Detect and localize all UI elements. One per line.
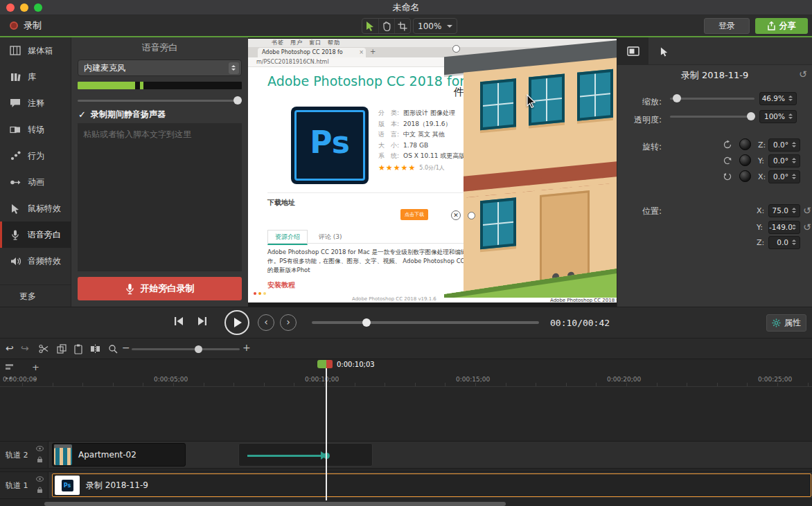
track-lock-icon[interactable] [37,456,43,462]
login-button[interactable]: 登录 [704,18,750,34]
tab-cursor-properties[interactable] [648,37,680,65]
slider-handle[interactable] [747,112,755,120]
apartment-media-clip[interactable] [444,37,617,298]
start-narration-button[interactable]: 开始旁白录制 [78,277,242,300]
slider-handle[interactable] [233,96,242,105]
clip-apartment-animation[interactable] [238,443,373,467]
microphone-select[interactable]: 内建麦克风 [78,60,242,76]
copy-button[interactable] [57,344,67,354]
playhead[interactable] [326,368,327,500]
opacity-value: 100% [764,112,785,120]
audio-level-fill [78,82,135,89]
rotate-z-knob[interactable] [739,138,751,150]
paste-button[interactable] [73,344,83,354]
audio-level-peak [140,82,143,89]
scale-slider[interactable] [670,94,754,102]
timeline-marker-tool[interactable] [5,363,14,371]
position-z-value-box[interactable]: 0.0 [768,236,800,249]
redo-button[interactable]: ↪ [21,343,29,354]
sidebar-item-animations[interactable]: 动画 [0,169,71,195]
jump-forward-button[interactable]: › [280,314,297,331]
mute-speakers-label: 录制期间静音扬声器 [91,109,166,120]
tab-visual-properties[interactable] [617,37,648,65]
input-gain-slider[interactable] [78,96,242,105]
canvas-zoom-select[interactable]: 100% [413,18,457,34]
slider-track [78,100,242,102]
stepper-icon[interactable] [791,237,798,248]
scrubber-handle[interactable] [362,318,371,327]
sidebar-item-transitions[interactable]: 转场 [0,116,71,143]
selection-remove-handle[interactable]: ✕ [451,210,461,220]
playback-scrubber[interactable] [312,318,539,327]
rotate-x-knob[interactable] [739,170,751,182]
timeline-zoom-handle[interactable] [195,345,202,353]
rotate-x-value-box[interactable]: 0.0° [768,170,800,183]
timeline-zoom-in-button[interactable]: + [242,342,251,353]
position-y-value: -149.0 [769,223,793,231]
rotate-y-value-box[interactable]: 0.0° [768,154,800,168]
sidebar-more-button[interactable]: 更多 [0,284,71,307]
timeline-scrollbar[interactable] [44,502,506,506]
animation-end-dot[interactable] [324,453,330,459]
selection-handle[interactable] [468,212,475,219]
sidebar-item-voice-narration[interactable]: 语音旁白 [0,222,71,248]
undo-button[interactable]: ↩ [6,343,14,354]
sidebar-item-audio-effects[interactable]: 音频特效 [0,248,71,274]
next-frame-button[interactable] [197,316,208,326]
playhead-selection-start-handle[interactable] [317,360,326,368]
main-toolbar: 录制 100% 登录 分享 [0,15,812,37]
play-button[interactable] [224,310,249,335]
stepper-icon[interactable] [788,111,795,122]
animation-arrow[interactable] [247,455,322,457]
position-label: 位置: [619,206,662,217]
track-visibility-icon[interactable] [36,476,44,482]
position-y-value-box[interactable]: -149.0 [768,221,800,234]
position-x-value-box[interactable]: 75.0 [768,204,800,217]
narration-script-input[interactable] [78,123,242,271]
track-visibility-icon[interactable] [36,446,44,451]
slider-handle[interactable] [673,94,681,102]
mute-speakers-checkbox[interactable]: 录制期间静音扬声器 [78,109,166,120]
stepper-icon[interactable] [791,222,798,233]
clip-apartment[interactable]: Apartment-02 [52,443,186,467]
sidebar-item-cursor-effects[interactable]: 鼠标特效 [0,195,71,222]
rotate-z-icon[interactable] [723,140,732,150]
share-button[interactable]: 分享 [755,18,808,34]
clip-recording[interactable]: Ps 录制 2018-11-9 [52,473,811,497]
timeline-zoom-out-button[interactable]: − [122,342,130,353]
sidebar-item-media-bin[interactable]: 媒体箱 [0,37,71,64]
jump-back-button[interactable]: ‹ [258,314,274,331]
sidebar-item-behaviors[interactable]: 行为 [0,143,71,169]
preview-canvas[interactable]: 书签 用户 窗口 帮助 Adobe Photoshop CC 2018 fo ×… [248,37,617,307]
properties-toggle-button[interactable]: 属性 [766,314,806,332]
stepper-icon[interactable] [791,206,798,216]
selection-handle-top[interactable] [452,45,460,53]
reset-position-y-icon[interactable] [803,222,811,232]
playhead-selection-end-handle[interactable] [326,360,333,368]
rotate-z-value-box[interactable]: 0.0° [768,138,800,152]
opacity-value-box[interactable]: 100% [759,110,797,123]
reset-position-x-icon[interactable] [803,206,811,215]
stepper-icon[interactable] [791,156,798,166]
split-button[interactable] [90,344,100,354]
opacity-slider[interactable] [670,112,754,120]
sidebar-item-annotations[interactable]: 注释 [0,90,71,116]
rotate-y-knob[interactable] [739,154,751,166]
rotate-y-icon[interactable] [721,154,734,167]
stepper-icon[interactable] [791,172,798,182]
rotate-x-icon[interactable] [721,170,734,183]
stepper-icon[interactable] [788,93,795,104]
edit-cursor-tool[interactable] [362,19,378,33]
crop-tool[interactable] [394,19,410,33]
stepper-icon[interactable] [791,140,798,150]
scale-value-box[interactable]: 46.9% [759,92,797,105]
cut-button[interactable] [39,344,48,354]
sidebar-item-library[interactable]: 库 [0,64,71,90]
pan-tool[interactable] [378,19,394,33]
timeline-ruler[interactable]: 0:00:00;00 0:00:05;00 0:00:10;00 0:00:15… [0,372,812,387]
timeline-zoom-slider[interactable] [132,348,240,350]
track-lock-icon[interactable] [37,487,43,493]
add-track-button[interactable]: + [32,362,39,372]
previous-frame-button[interactable] [173,316,184,326]
reset-all-icon[interactable] [799,69,807,79]
